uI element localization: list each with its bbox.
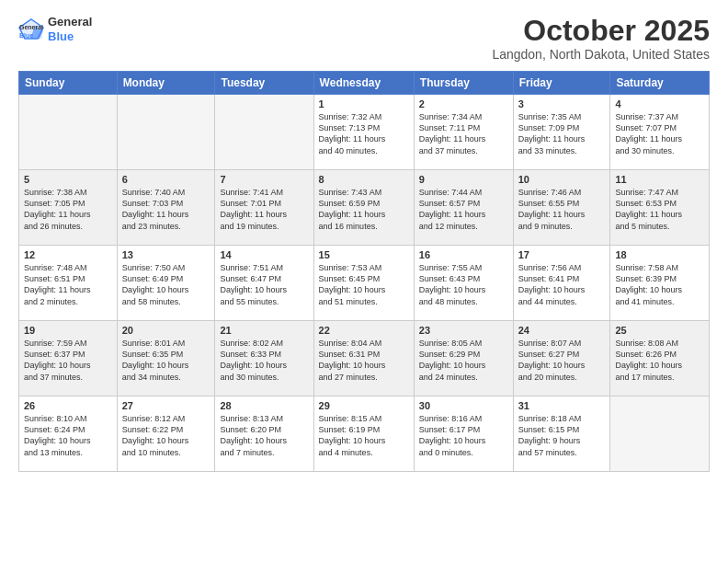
day-number: 30 — [419, 400, 508, 411]
calendar-cell: 3Sunrise: 7:35 AM Sunset: 7:09 PM Daylig… — [513, 95, 610, 170]
day-info: Sunrise: 7:46 AM Sunset: 6:55 PM Dayligh… — [518, 187, 606, 232]
day-number: 25 — [615, 325, 704, 336]
day-number: 23 — [419, 325, 508, 336]
day-number: 29 — [319, 400, 409, 411]
calendar-cell — [117, 95, 215, 170]
day-number: 27 — [122, 400, 210, 411]
day-info: Sunrise: 8:16 AM Sunset: 6:17 PM Dayligh… — [419, 413, 508, 458]
day-info: Sunrise: 7:44 AM Sunset: 6:57 PM Dayligh… — [419, 187, 508, 232]
day-header-monday: Monday — [117, 72, 215, 95]
day-number: 31 — [518, 400, 606, 411]
calendar-cell: 14Sunrise: 7:51 AM Sunset: 6:47 PM Dayli… — [215, 246, 313, 321]
calendar-cell: 30Sunrise: 8:16 AM Sunset: 6:17 PM Dayli… — [414, 396, 513, 472]
day-number: 6 — [122, 174, 210, 185]
day-info: Sunrise: 7:50 AM Sunset: 6:49 PM Dayligh… — [122, 262, 210, 307]
calendar-cell: 16Sunrise: 7:55 AM Sunset: 6:43 PM Dayli… — [414, 246, 513, 321]
day-number: 15 — [319, 249, 409, 260]
day-number: 5 — [24, 174, 112, 185]
day-number: 2 — [419, 98, 508, 109]
day-info: Sunrise: 7:35 AM Sunset: 7:09 PM Dayligh… — [518, 111, 606, 156]
day-header-sunday: Sunday — [19, 72, 118, 95]
calendar-cell: 7Sunrise: 7:41 AM Sunset: 7:01 PM Daylig… — [215, 170, 313, 246]
calendar-cell: 5Sunrise: 7:38 AM Sunset: 7:05 PM Daylig… — [19, 170, 118, 246]
calendar-cell: 23Sunrise: 8:05 AM Sunset: 6:29 PM Dayli… — [414, 321, 513, 396]
location: Langdon, North Dakota, United States — [492, 47, 710, 62]
day-number: 13 — [122, 249, 210, 260]
calendar-cell: 12Sunrise: 7:48 AM Sunset: 6:51 PM Dayli… — [19, 246, 118, 321]
calendar-cell: 22Sunrise: 8:04 AM Sunset: 6:31 PM Dayli… — [313, 321, 414, 396]
day-number: 14 — [220, 249, 308, 260]
calendar: SundayMondayTuesdayWednesdayThursdayFrid… — [18, 71, 710, 472]
day-info: Sunrise: 7:55 AM Sunset: 6:43 PM Dayligh… — [419, 262, 508, 307]
calendar-cell: 9Sunrise: 7:44 AM Sunset: 6:57 PM Daylig… — [414, 170, 513, 246]
calendar-cell: 1Sunrise: 7:32 AM Sunset: 7:13 PM Daylig… — [313, 95, 414, 170]
day-number: 11 — [615, 174, 704, 185]
svg-text:Blue: Blue — [19, 32, 33, 39]
day-number: 7 — [220, 174, 308, 185]
day-info: Sunrise: 8:05 AM Sunset: 6:29 PM Dayligh… — [419, 338, 508, 383]
day-info: Sunrise: 8:18 AM Sunset: 6:15 PM Dayligh… — [518, 413, 606, 458]
day-info: Sunrise: 8:04 AM Sunset: 6:31 PM Dayligh… — [319, 338, 409, 383]
day-info: Sunrise: 8:08 AM Sunset: 6:26 PM Dayligh… — [615, 338, 704, 383]
logo: General Blue General Blue — [18, 15, 92, 43]
day-header-tuesday: Tuesday — [215, 72, 313, 95]
day-number: 3 — [518, 98, 606, 109]
day-number: 24 — [518, 325, 606, 336]
calendar-week-3: 12Sunrise: 7:48 AM Sunset: 6:51 PM Dayli… — [19, 246, 710, 321]
calendar-cell: 26Sunrise: 8:10 AM Sunset: 6:24 PM Dayli… — [19, 396, 118, 472]
calendar-cell: 31Sunrise: 8:18 AM Sunset: 6:15 PM Dayli… — [513, 396, 610, 472]
day-info: Sunrise: 8:10 AM Sunset: 6:24 PM Dayligh… — [24, 413, 112, 458]
calendar-cell: 18Sunrise: 7:58 AM Sunset: 6:39 PM Dayli… — [610, 246, 710, 321]
day-number: 12 — [24, 249, 112, 260]
day-number: 26 — [24, 400, 112, 411]
day-info: Sunrise: 7:37 AM Sunset: 7:07 PM Dayligh… — [615, 111, 704, 156]
day-info: Sunrise: 8:02 AM Sunset: 6:33 PM Dayligh… — [220, 338, 308, 383]
header-row: SundayMondayTuesdayWednesdayThursdayFrid… — [19, 72, 710, 95]
calendar-week-1: 1Sunrise: 7:32 AM Sunset: 7:13 PM Daylig… — [19, 95, 710, 170]
day-info: Sunrise: 7:58 AM Sunset: 6:39 PM Dayligh… — [615, 262, 704, 307]
day-number: 4 — [615, 98, 704, 109]
day-info: Sunrise: 8:15 AM Sunset: 6:19 PM Dayligh… — [319, 413, 409, 458]
calendar-week-5: 26Sunrise: 8:10 AM Sunset: 6:24 PM Dayli… — [19, 396, 710, 472]
day-info: Sunrise: 7:38 AM Sunset: 7:05 PM Dayligh… — [24, 187, 112, 232]
day-info: Sunrise: 7:41 AM Sunset: 7:01 PM Dayligh… — [220, 187, 308, 232]
calendar-cell: 8Sunrise: 7:43 AM Sunset: 6:59 PM Daylig… — [313, 170, 414, 246]
calendar-week-4: 19Sunrise: 7:59 AM Sunset: 6:37 PM Dayli… — [19, 321, 710, 396]
page: General Blue General Blue October 2025 L… — [0, 0, 728, 563]
calendar-cell: 28Sunrise: 8:13 AM Sunset: 6:20 PM Dayli… — [215, 396, 313, 472]
day-number: 17 — [518, 249, 606, 260]
calendar-cell — [215, 95, 313, 170]
month-title: October 2025 — [492, 15, 710, 47]
logo-blue: Blue — [48, 29, 92, 44]
calendar-cell: 2Sunrise: 7:34 AM Sunset: 7:11 PM Daylig… — [414, 95, 513, 170]
day-info: Sunrise: 7:56 AM Sunset: 6:41 PM Dayligh… — [518, 262, 606, 307]
day-number: 28 — [220, 400, 308, 411]
calendar-cell — [610, 396, 710, 472]
day-number: 20 — [122, 325, 210, 336]
day-info: Sunrise: 8:01 AM Sunset: 6:35 PM Dayligh… — [122, 338, 210, 383]
day-info: Sunrise: 7:43 AM Sunset: 6:59 PM Dayligh… — [319, 187, 409, 232]
day-header-friday: Friday — [513, 72, 610, 95]
day-info: Sunrise: 7:34 AM Sunset: 7:11 PM Dayligh… — [419, 111, 508, 156]
calendar-cell: 4Sunrise: 7:37 AM Sunset: 7:07 PM Daylig… — [610, 95, 710, 170]
title-area: October 2025 Langdon, North Dakota, Unit… — [492, 15, 710, 62]
logo-general: General — [48, 15, 92, 29]
day-number: 10 — [518, 174, 606, 185]
calendar-cell: 21Sunrise: 8:02 AM Sunset: 6:33 PM Dayli… — [215, 321, 313, 396]
calendar-cell: 13Sunrise: 7:50 AM Sunset: 6:49 PM Dayli… — [117, 246, 215, 321]
calendar-cell: 24Sunrise: 8:07 AM Sunset: 6:27 PM Dayli… — [513, 321, 610, 396]
header: General Blue General Blue October 2025 L… — [18, 15, 710, 62]
day-number: 9 — [419, 174, 508, 185]
svg-text:General: General — [19, 24, 43, 30]
calendar-cell: 10Sunrise: 7:46 AM Sunset: 6:55 PM Dayli… — [513, 170, 610, 246]
logo-icon: General Blue — [18, 18, 44, 40]
day-info: Sunrise: 7:47 AM Sunset: 6:53 PM Dayligh… — [615, 187, 704, 232]
day-number: 21 — [220, 325, 308, 336]
calendar-cell: 11Sunrise: 7:47 AM Sunset: 6:53 PM Dayli… — [610, 170, 710, 246]
day-header-thursday: Thursday — [414, 72, 513, 95]
calendar-cell: 15Sunrise: 7:53 AM Sunset: 6:45 PM Dayli… — [313, 246, 414, 321]
calendar-week-2: 5Sunrise: 7:38 AM Sunset: 7:05 PM Daylig… — [19, 170, 710, 246]
day-info: Sunrise: 7:53 AM Sunset: 6:45 PM Dayligh… — [319, 262, 409, 307]
calendar-cell: 25Sunrise: 8:08 AM Sunset: 6:26 PM Dayli… — [610, 321, 710, 396]
day-info: Sunrise: 8:13 AM Sunset: 6:20 PM Dayligh… — [220, 413, 308, 458]
